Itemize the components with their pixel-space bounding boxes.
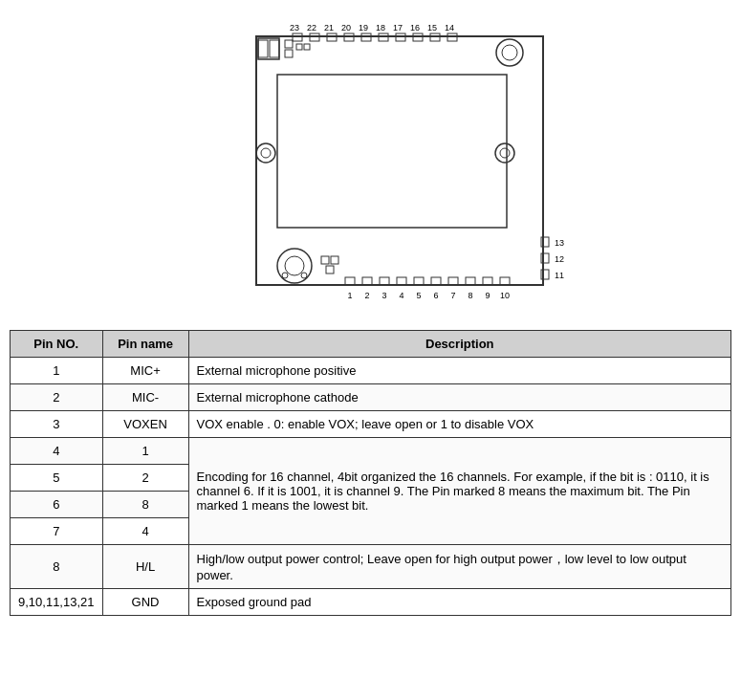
svg-text:1: 1 [347, 291, 352, 300]
svg-rect-14 [285, 40, 293, 48]
svg-point-33 [495, 143, 514, 163]
svg-rect-12 [258, 40, 268, 57]
table-row: 3VOXENVOX enable . 0: enable VOX; leave … [11, 411, 731, 438]
svg-text:15: 15 [426, 23, 436, 33]
svg-rect-48 [345, 277, 355, 285]
svg-rect-13 [270, 40, 279, 57]
svg-text:23: 23 [289, 23, 298, 33]
svg-point-41 [277, 249, 312, 283]
svg-text:4: 4 [399, 291, 403, 300]
svg-text:16: 16 [409, 23, 419, 33]
cell-pin-no: 3 [11, 411, 103, 438]
header-pin-name: Pin name [102, 331, 188, 358]
cell-description: External microphone cathode [188, 384, 730, 411]
svg-text:20: 20 [340, 23, 350, 33]
svg-rect-54 [448, 277, 458, 285]
svg-text:2: 2 [364, 291, 369, 300]
svg-rect-46 [331, 256, 338, 264]
cell-pin-no: 2 [11, 384, 103, 411]
svg-text:17: 17 [392, 23, 402, 33]
svg-text:3: 3 [381, 291, 386, 300]
svg-point-44 [301, 273, 307, 278]
svg-text:12: 12 [555, 254, 564, 264]
svg-text:13: 13 [555, 238, 564, 248]
cell-pin-no: 8 [11, 545, 103, 589]
diagram-container: 23 22 21 20 19 18 17 16 15 14 [10, 10, 731, 320]
svg-point-28 [496, 39, 523, 66]
svg-text:5: 5 [416, 291, 421, 300]
cell-pin-name: 8 [102, 492, 188, 518]
cell-pin-name: 4 [102, 518, 188, 545]
pin-table: Pin NO. Pin name Description 1MIC+Extern… [10, 330, 731, 616]
svg-rect-50 [380, 277, 389, 285]
svg-point-34 [500, 148, 510, 158]
svg-rect-16 [296, 44, 302, 50]
svg-rect-47 [326, 266, 334, 273]
svg-point-29 [502, 45, 517, 60]
cell-pin-name: 1 [102, 438, 188, 465]
cell-description: Exposed ground pad [188, 589, 730, 616]
cell-pin-name: GND [102, 589, 188, 616]
table-row: 1MIC+External microphone positive [11, 358, 731, 384]
cell-description: High/low output power control; Leave ope… [188, 545, 730, 589]
cell-description: VOX enable . 0: enable VOX; leave open o… [188, 411, 730, 438]
svg-rect-15 [285, 50, 293, 57]
svg-rect-11 [258, 38, 279, 59]
svg-text:11: 11 [555, 271, 564, 280]
cell-pin-no: 7 [11, 518, 103, 545]
svg-text:22: 22 [306, 23, 316, 33]
cell-pin-name: VOXEN [102, 411, 188, 438]
table-row: 8H/LHigh/low output power control; Leave… [11, 545, 731, 589]
svg-rect-49 [362, 277, 372, 285]
svg-text:14: 14 [444, 23, 453, 33]
svg-text:21: 21 [323, 23, 333, 33]
svg-text:8: 8 [468, 291, 472, 300]
cell-pin-no: 5 [11, 465, 103, 492]
svg-rect-57 [500, 277, 510, 285]
svg-rect-17 [304, 44, 310, 50]
svg-text:6: 6 [433, 291, 438, 300]
svg-text:9: 9 [485, 291, 490, 300]
table-row: 2MIC-External microphone cathode [11, 384, 731, 411]
svg-rect-56 [483, 277, 492, 285]
svg-point-42 [285, 256, 304, 275]
cell-pin-no: 1 [11, 358, 103, 384]
svg-text:10: 10 [499, 291, 509, 300]
cell-pin-no: 4 [11, 438, 103, 465]
cell-pin-name: 2 [102, 465, 188, 492]
header-pin-no: Pin NO. [11, 331, 103, 358]
svg-text:18: 18 [375, 23, 384, 33]
circuit-diagram: 23 22 21 20 19 18 17 16 15 14 [170, 19, 572, 316]
svg-point-32 [261, 148, 271, 158]
cell-pin-name: MIC- [102, 384, 188, 411]
cell-pin-no: 6 [11, 492, 103, 518]
svg-rect-45 [321, 256, 329, 264]
svg-text:7: 7 [450, 291, 455, 300]
cell-description: External microphone positive [188, 358, 730, 384]
svg-rect-55 [466, 277, 475, 285]
svg-rect-51 [397, 277, 406, 285]
svg-rect-30 [277, 75, 507, 228]
table-row: 41Encoding for 16 channel, 4bit organize… [11, 438, 731, 465]
svg-rect-52 [414, 277, 424, 285]
table-row: 9,10,11,13,21GNDExposed ground pad [11, 589, 731, 616]
header-description: Description [188, 331, 730, 358]
cell-description: Encoding for 16 channel, 4bit organized … [188, 438, 730, 545]
svg-text:19: 19 [358, 23, 367, 33]
cell-pin-name: MIC+ [102, 358, 188, 384]
cell-pin-name: H/L [102, 545, 188, 589]
svg-point-43 [282, 273, 288, 278]
cell-pin-no: 9,10,11,13,21 [11, 589, 103, 616]
svg-point-31 [256, 143, 275, 163]
svg-rect-53 [431, 277, 441, 285]
